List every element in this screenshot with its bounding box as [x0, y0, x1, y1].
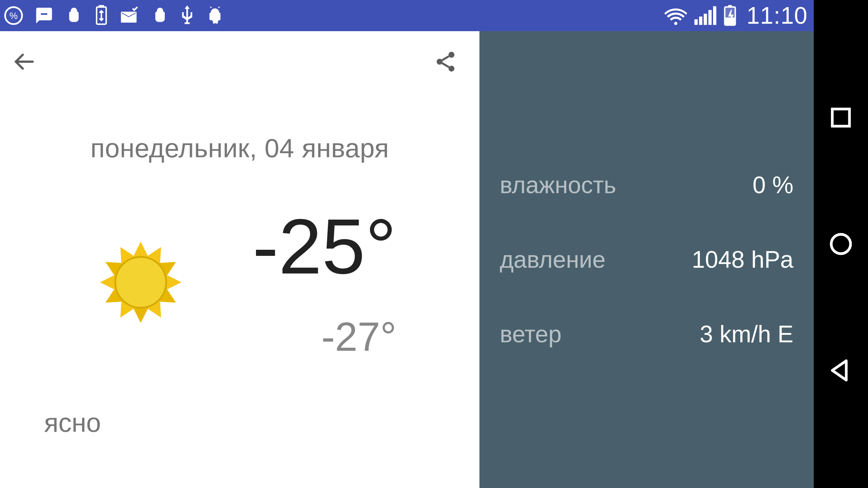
nav-back-button[interactable]: [824, 353, 858, 387]
svg-marker-16: [133, 242, 148, 257]
system-navbar: [814, 0, 868, 488]
usb-icon: [180, 5, 194, 26]
battery-charging-icon: [723, 5, 737, 26]
svg-marker-31: [832, 361, 846, 380]
chat-icon: [35, 6, 54, 25]
wind-label: ветер: [500, 321, 561, 348]
detail-pressure: давление 1048 hPa: [500, 246, 793, 273]
status-time: 11:10: [747, 2, 808, 29]
wind-value: 3 km/h E: [700, 321, 793, 348]
weather-main-panel: понедельник, 04 января: [0, 31, 479, 488]
svg-point-13: [449, 52, 455, 58]
svg-rect-8: [713, 6, 716, 25]
battery-usb-icon: [94, 5, 108, 26]
svg-point-28: [115, 257, 166, 308]
svg-rect-6: [704, 14, 707, 25]
weather-details-panel: влажность 0 % давление 1048 hPa ветер 3 …: [479, 31, 814, 488]
pressure-value: 1048 hPa: [692, 246, 793, 273]
mail-check-icon: [119, 6, 140, 25]
share-button[interactable]: [432, 48, 459, 75]
temperature-low: -27°: [321, 316, 396, 357]
cellular-signal-icon: [694, 6, 717, 25]
svg-point-15: [449, 66, 455, 72]
percent-circle-icon: %: [3, 5, 24, 26]
svg-text:%: %: [9, 11, 18, 21]
nav-home-button[interactable]: [824, 227, 858, 261]
bug-a-icon: [64, 6, 83, 25]
svg-point-30: [831, 234, 851, 253]
wifi-icon: [663, 6, 688, 25]
svg-marker-19: [166, 275, 181, 290]
detail-wind: ветер 3 km/h E: [500, 321, 793, 348]
svg-rect-11: [725, 18, 735, 25]
android-debug-icon: [205, 5, 225, 26]
humidity-label: влажность: [500, 171, 616, 199]
nav-recent-apps-button[interactable]: [824, 101, 858, 135]
pressure-label: давление: [500, 246, 606, 273]
status-bar: %: [0, 0, 814, 31]
svg-marker-25: [100, 275, 115, 290]
bug-b-icon: [151, 6, 170, 25]
detail-humidity: влажность 0 %: [500, 171, 793, 199]
svg-rect-3: [99, 5, 103, 7]
back-button[interactable]: [10, 48, 37, 75]
weather-date: понедельник, 04 января: [0, 133, 479, 164]
temperature-high: -25°: [253, 208, 396, 286]
svg-rect-4: [694, 19, 698, 25]
humidity-value: 0 %: [752, 171, 793, 199]
svg-point-14: [437, 59, 443, 65]
weather-condition-text: ясно: [44, 407, 101, 438]
svg-rect-29: [832, 109, 850, 126]
svg-rect-10: [728, 5, 732, 7]
svg-rect-7: [708, 10, 712, 25]
svg-rect-5: [699, 17, 703, 25]
weather-condition-icon: [83, 240, 198, 325]
svg-marker-22: [133, 308, 148, 323]
